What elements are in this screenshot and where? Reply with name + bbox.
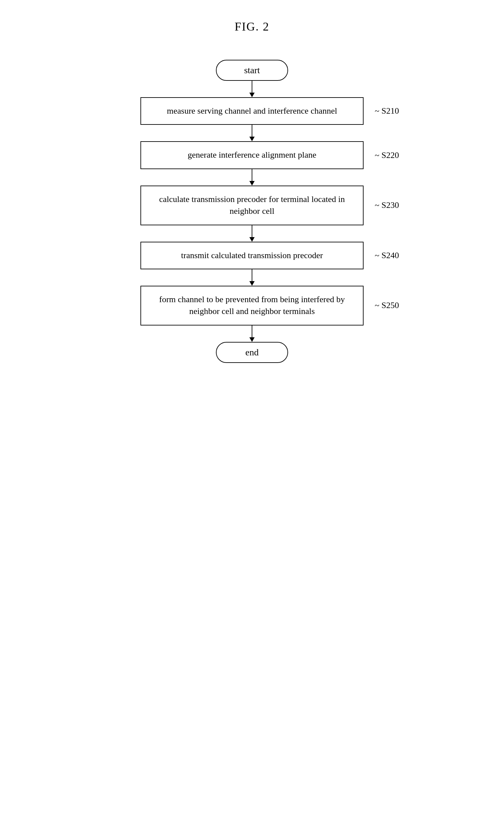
- arrow-head: [249, 181, 255, 186]
- page-container: FIG. 2 start measure serving channel and…: [104, 20, 400, 363]
- step-s210-label-text: ~: [375, 106, 382, 115]
- arrow-4: [249, 225, 255, 242]
- step-s220-label: ~ S220: [375, 150, 399, 160]
- step-s240-label-text: ~: [375, 251, 382, 260]
- arrow-1: [249, 81, 255, 97]
- step-s230-label-text: ~: [375, 200, 382, 210]
- step-s250-box: form channel to be prevented from being …: [141, 286, 363, 326]
- step-row-s210: measure serving channel and interference…: [104, 97, 400, 125]
- figure-title: FIG. 2: [235, 20, 269, 34]
- flowchart: start measure serving channel and interf…: [104, 60, 400, 363]
- step-s240-text: transmit calculated transmission precode…: [181, 251, 323, 260]
- step-row-s230: calculate transmission precoder for term…: [104, 186, 400, 225]
- end-row: end: [104, 342, 400, 363]
- arrow-line: [252, 326, 253, 337]
- arrow-line: [252, 125, 253, 137]
- step-s210-text: measure serving channel and interference…: [167, 106, 337, 115]
- arrow-head: [249, 281, 255, 286]
- step-row-s240: transmit calculated transmission precode…: [104, 242, 400, 269]
- start-terminal: start: [216, 60, 288, 81]
- arrow-3: [249, 169, 255, 186]
- step-s210-label: ~ S210: [375, 106, 399, 116]
- arrow-2: [249, 125, 255, 141]
- start-row: start: [104, 60, 400, 81]
- step-s250-text: form channel to be prevented from being …: [159, 295, 345, 316]
- arrow-6: [249, 326, 255, 342]
- step-s250-label-text: ~: [375, 300, 382, 310]
- step-s240-label: ~ S240: [375, 251, 399, 260]
- step-s230-text: calculate transmission precoder for term…: [159, 194, 345, 216]
- arrow-line: [252, 169, 253, 181]
- step-s240-box: transmit calculated transmission precode…: [141, 242, 363, 269]
- step-s220-text: generate interference alignment plane: [188, 150, 316, 160]
- end-terminal: end: [216, 342, 288, 363]
- step-s220-label-text: ~: [375, 150, 382, 160]
- arrow-head: [249, 237, 255, 242]
- step-row-s250: form channel to be prevented from being …: [104, 286, 400, 326]
- step-s250-label: ~ S250: [375, 300, 399, 310]
- arrow-5: [249, 269, 255, 286]
- arrow-line: [252, 269, 253, 281]
- arrow-line: [252, 81, 253, 93]
- step-s220-box: generate interference alignment plane: [141, 141, 363, 169]
- step-s210-box: measure serving channel and interference…: [141, 97, 363, 125]
- arrow-head: [249, 137, 255, 141]
- step-row-s220: generate interference alignment plane ~ …: [104, 141, 400, 169]
- arrow-line: [252, 225, 253, 237]
- arrow-head: [249, 93, 255, 97]
- step-s230-box: calculate transmission precoder for term…: [141, 186, 363, 225]
- arrow-head: [249, 337, 255, 342]
- step-s230-label: ~ S230: [375, 200, 399, 210]
